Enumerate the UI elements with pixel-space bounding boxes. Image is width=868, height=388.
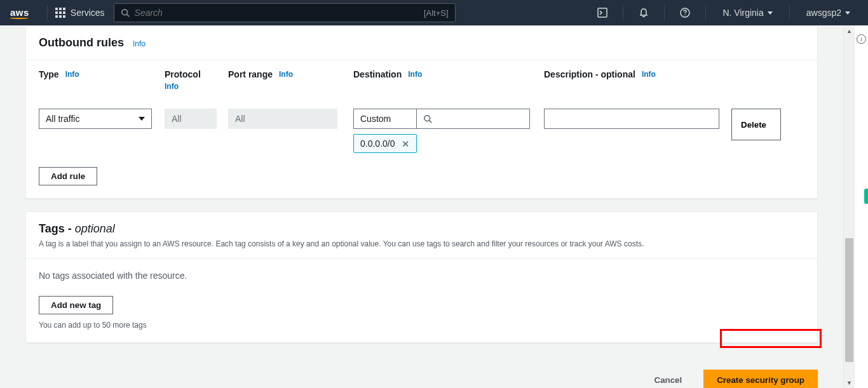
vertical-scrollbar[interactable]: ▲ ▼ [843,25,854,388]
destination-search-input[interactable] [417,109,530,129]
nav-divider [664,5,665,20]
nav-divider [623,5,623,20]
rules-column-headers: Type Info Protocol Info Port range Info [26,60,817,91]
create-security-group-button[interactable]: Create security group [703,370,818,388]
feedback-tab[interactable] [864,189,868,204]
destination-mode-select[interactable]: Custom [353,109,417,129]
grid-icon [55,8,65,18]
svg-point-0 [121,10,127,15]
bell-icon [639,8,649,18]
cancel-button[interactable]: Cancel [644,370,693,388]
search-shortcut: [Alt+S] [424,8,449,18]
nav-right: N. Virginia awsgsp2 [591,1,858,24]
chevron-down-icon [768,11,773,15]
search-icon [423,114,432,123]
notifications-button[interactable] [632,1,655,24]
rule-type-select[interactable]: All traffic [39,109,152,129]
rule-port-field: All [228,109,337,129]
info-panel-toggle[interactable]: i [857,34,866,44]
info-link[interactable]: Info [279,70,293,79]
region-selector[interactable]: N. Virginia [715,1,780,24]
add-new-tag-button[interactable]: Add new tag [39,296,113,314]
nav-divider [47,5,48,20]
services-label: Services [71,8,105,18]
aws-logo-text: aws [10,7,29,18]
svg-line-6 [430,121,432,123]
services-menu-button[interactable]: Services [55,8,105,18]
panel-header: Outbound rules Info [26,26,817,60]
nav-divider [789,5,790,20]
rule-description-input[interactable] [544,109,719,129]
global-search[interactable]: [Alt+S] [114,3,456,22]
info-link[interactable]: Info [408,70,422,79]
nav-divider [705,5,706,20]
account-menu[interactable]: awsgsp2 [799,1,858,24]
help-button[interactable] [674,1,696,24]
help-panel-strip: i [854,25,868,388]
tags-title: Tags - [39,222,75,235]
region-label: N. Virginia [722,8,763,18]
search-icon [121,8,130,17]
panel-title: Outbound rules [39,36,124,50]
destination-token-value: 0.0.0.0/0 [360,138,395,149]
account-label: awsgsp2 [806,8,841,18]
rule-protocol-field: All [165,109,217,129]
svg-point-4 [685,15,686,16]
remove-token-icon[interactable]: ✕ [402,139,410,149]
col-description-label: Description - optional [544,69,635,79]
cloudshell-icon [597,8,607,18]
scroll-up-arrow-icon[interactable]: ▲ [844,25,855,36]
destination-mode-value: Custom [360,114,391,124]
info-link[interactable]: Info [642,70,656,79]
cloudshell-button[interactable] [591,1,614,24]
info-link[interactable]: Info [165,82,228,91]
add-rule-button[interactable]: Add rule [39,167,97,185]
aws-logo[interactable]: aws [10,7,29,19]
rule-row: All traffic All All [26,91,817,162]
rule-port-value: All [235,114,245,124]
tags-hint: You can add up to 50 more tags [39,321,804,330]
tags-panel: Tags - optional A tag is a label that yo… [25,211,818,343]
tags-description: A tag is a label that you assign to an A… [39,239,804,248]
outbound-rules-panel: Outbound rules Info Type Info Protocol I… [25,25,818,199]
svg-point-5 [424,116,430,121]
delete-rule-button[interactable]: Delete [731,109,781,140]
panel-header: Tags - optional A tag is a label that yo… [26,212,817,259]
rule-type-value: All traffic [46,114,79,124]
info-link[interactable]: Info [65,70,79,79]
col-destination-label: Destination [353,69,402,79]
main-content: Outbound rules Info Type Info Protocol I… [0,25,843,388]
scroll-down-arrow-icon[interactable]: ▼ [844,377,855,388]
rule-protocol-value: All [172,114,182,124]
col-type-label: Type [39,69,59,79]
top-nav: aws Services [Alt+S] N. Virginia [0,0,868,25]
info-link[interactable]: Info [133,39,146,48]
destination-token: 0.0.0.0/0 ✕ [353,134,417,153]
info-icon: i [860,36,862,43]
svg-line-1 [126,15,129,17]
col-port-label: Port range [228,69,273,79]
page-actions: Cancel Create security group [0,356,843,388]
help-icon [680,8,690,18]
tags-empty-text: No tags associated with the resource. [39,271,804,281]
col-protocol-label: Protocol [165,69,201,79]
tags-optional: optional [75,222,115,235]
search-input[interactable] [135,8,424,18]
chevron-down-icon [845,11,850,15]
scroll-thumb[interactable] [845,238,853,362]
chevron-down-icon [139,117,145,121]
